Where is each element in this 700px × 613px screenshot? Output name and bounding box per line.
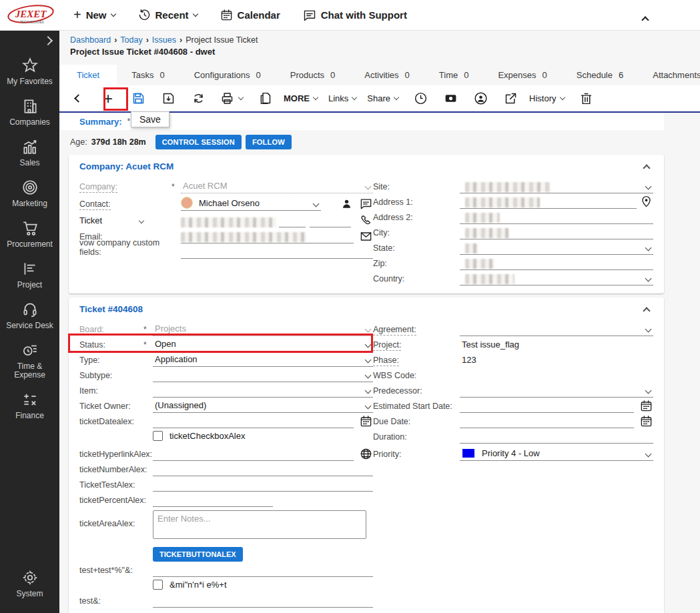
date-picker-button[interactable] [639, 414, 653, 428]
breadcrumb-dashboard[interactable]: Dashboard [70, 35, 111, 45]
share-menu[interactable]: Share [367, 90, 398, 107]
ticket-button-alex[interactable]: TICKETBUTTONALEX [153, 547, 243, 562]
state-dropdown[interactable] [460, 241, 653, 255]
recent-menu[interactable]: Recent [138, 9, 198, 21]
chat-support-button[interactable]: Chat with Support [303, 9, 407, 22]
tab-configurations[interactable]: Configurations0 [180, 65, 276, 85]
tab-tasks[interactable]: Tasks0 [117, 65, 179, 85]
view-contact-button[interactable] [340, 197, 354, 210]
country-dropdown[interactable] [460, 272, 653, 285]
sidebar-item-procurement[interactable]: Procurement [0, 219, 59, 249]
ticket-checkbox-alex[interactable] [153, 431, 163, 441]
tab-activities[interactable]: Activities0 [350, 65, 424, 85]
contact-card-button[interactable] [472, 90, 488, 107]
tab-attachments[interactable]: Attachments0 [638, 65, 700, 85]
testplus-input[interactable] [153, 564, 373, 577]
collapse-section-chevron[interactable] [643, 164, 650, 171]
sidebar-item-service-desk[interactable]: Service Desk [0, 301, 59, 330]
map-pin-button[interactable] [639, 195, 653, 208]
city-input[interactable] [460, 226, 653, 239]
company-logo[interactable]: JEXET TECHNOLOGIES [0, 4, 61, 27]
email-input[interactable] [181, 230, 354, 243]
special-checkbox[interactable] [153, 580, 163, 590]
summary-field-row[interactable]: Summary: * Save [59, 113, 664, 130]
open-in-new-button[interactable] [502, 90, 518, 107]
calendar-button[interactable]: Calendar [220, 9, 280, 21]
sidebar-item-sales[interactable]: Sales [0, 138, 59, 167]
new-menu[interactable]: + New [73, 7, 115, 23]
save-button[interactable] [130, 90, 146, 107]
address2-input[interactable] [460, 211, 653, 224]
sidebar-item-finance[interactable]: Finance [0, 391, 59, 420]
back-button[interactable] [70, 90, 86, 107]
date-picker-button[interactable] [639, 399, 653, 412]
number-input[interactable] [153, 463, 373, 476]
control-session-button[interactable]: CONTROL SESSION [155, 135, 242, 149]
tickettest-input[interactable] [153, 478, 373, 492]
history-menu[interactable]: History [529, 90, 564, 107]
follow-button[interactable]: FOLLOW [246, 135, 292, 149]
tab-ticket[interactable]: Ticket [59, 65, 117, 85]
predecessor-dropdown[interactable] [460, 384, 653, 398]
expense-button[interactable] [442, 90, 458, 107]
open-link-button[interactable] [359, 447, 373, 460]
copy-button[interactable] [257, 90, 273, 107]
due-date-input[interactable] [460, 415, 634, 428]
zip-input[interactable] [460, 257, 653, 270]
type-dropdown[interactable]: Application [153, 354, 373, 367]
tab-time[interactable]: Time0 [424, 65, 484, 85]
tab-schedule[interactable]: Schedule6 [562, 65, 638, 85]
percent-input[interactable] [153, 494, 273, 507]
address1-input[interactable] [460, 195, 637, 209]
ticket-owner-dropdown[interactable]: (Unassigned) [153, 400, 373, 413]
collapse-header-chevron[interactable] [641, 16, 649, 23]
testdq-input[interactable] [153, 610, 373, 613]
breadcrumb-today[interactable]: Today [120, 35, 142, 45]
date-picker-button[interactable] [359, 414, 373, 428]
item-dropdown[interactable] [153, 384, 373, 398]
print-button[interactable] [220, 90, 243, 107]
sidebar-item-companies[interactable]: Companies [0, 97, 59, 127]
comm-type-dropdown[interactable]: Ticket [79, 215, 153, 227]
send-email-button[interactable] [359, 229, 373, 243]
ticket-date-input[interactable] [153, 415, 354, 428]
status-dropdown[interactable]: Open [153, 338, 373, 352]
collapse-section-chevron[interactable] [643, 307, 650, 314]
tab-expenses[interactable]: Expenses0 [483, 65, 561, 85]
phone-ext-input[interactable] [310, 215, 351, 227]
est-start-input[interactable] [460, 400, 634, 413]
board-dropdown[interactable]: Projects [153, 323, 373, 336]
sidebar-item-my-favorites[interactable]: My Favorites [0, 57, 59, 86]
sidebar-item-marketing[interactable]: Marketing [0, 179, 59, 208]
testamp-input[interactable] [153, 594, 373, 608]
agreement-dropdown[interactable] [460, 323, 653, 336]
priority-dropdown[interactable]: Priority 4 - Low [460, 448, 653, 461]
links-menu[interactable]: Links [328, 90, 356, 107]
tab-products[interactable]: Products0 [276, 65, 350, 85]
add-button[interactable]: + [100, 90, 116, 107]
refresh-button[interactable] [190, 90, 206, 107]
building-icon [21, 97, 39, 115]
save-and-close-button[interactable] [160, 90, 176, 107]
phone-input[interactable] [279, 215, 306, 227]
project-value[interactable]: Test issue_flag [460, 338, 653, 352]
sidebar-expand-chevron[interactable] [43, 36, 53, 45]
site-dropdown[interactable] [460, 180, 653, 193]
hyperlink-input[interactable] [153, 448, 354, 461]
duration-input[interactable] [460, 430, 653, 444]
company-dropdown[interactable]: Acuet RCM [181, 180, 373, 193]
phase-value[interactable]: 123 [460, 354, 653, 367]
more-menu[interactable]: MORE [284, 90, 318, 107]
sidebar-item-project[interactable]: Project [0, 260, 59, 289]
sidebar-item-system[interactable]: System [0, 569, 59, 598]
breadcrumb-issues[interactable]: Issues [152, 35, 176, 45]
subtype-dropdown[interactable] [153, 369, 373, 382]
custom-fields-input[interactable] [181, 245, 373, 259]
delete-button[interactable] [579, 90, 595, 107]
contact-dropdown[interactable]: Michael Orseno [181, 197, 321, 211]
contact-chat-button[interactable] [359, 197, 373, 210]
call-button[interactable] [359, 213, 373, 227]
notes-textarea[interactable] [153, 510, 366, 539]
sidebar-item-time-expense[interactable]: Time & Expense [0, 342, 59, 380]
time-entry-button[interactable] [412, 90, 428, 107]
